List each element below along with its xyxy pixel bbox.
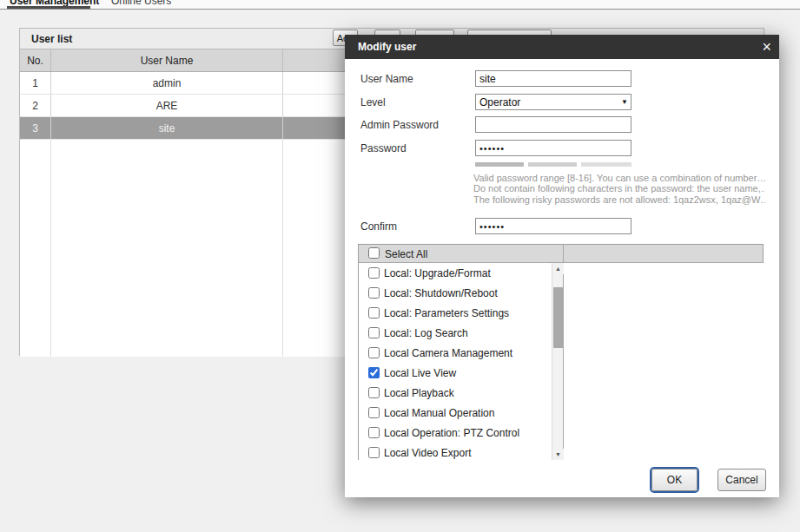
scroll-down-icon[interactable]: ▼ — [552, 449, 564, 460]
row-no: 3 — [20, 117, 51, 139]
permissions-header: Select All — [359, 245, 763, 263]
password-hints: Valid password range [8-16]. You can use… — [473, 173, 765, 205]
permissions-right-pane — [564, 263, 764, 460]
ok-button[interactable]: OK — [651, 469, 698, 491]
permission-label: Local Video Export — [384, 447, 472, 459]
password-field[interactable] — [475, 140, 631, 156]
permission-label: Local Live View — [384, 367, 456, 379]
password-strength-bar — [475, 162, 524, 167]
level-label: Level — [360, 96, 386, 108]
permissions-panel: Select All Local: Upgrade/Format Local: … — [358, 244, 764, 460]
permission-label: Local Operation: PTZ Control — [384, 427, 519, 439]
close-icon[interactable]: × — [762, 37, 771, 56]
permission-checkbox[interactable] — [368, 267, 380, 279]
level-select[interactable]: Operator ▼ — [475, 94, 631, 110]
level-select-value: Operator — [479, 96, 520, 108]
permission-checkbox[interactable] — [368, 347, 380, 358]
row-username: admin — [51, 72, 283, 94]
admin-password-field[interactable] — [475, 116, 631, 133]
column-divider — [282, 140, 283, 357]
row-no: 2 — [20, 95, 51, 116]
permission-checkbox[interactable] — [368, 287, 380, 299]
permission-label: Local Camera Management — [384, 347, 512, 359]
column-header-no: No. — [20, 49, 51, 71]
tab-online-users[interactable]: Online Users — [111, 0, 171, 7]
permission-checkbox[interactable] — [368, 327, 380, 338]
permission-item: Local: Shutdown/Reboot — [359, 283, 552, 303]
permission-label: Local Playback — [384, 387, 454, 399]
permission-item: Local Camera Management — [359, 343, 552, 363]
dialog-titlebar: Modify user × — [345, 35, 779, 59]
confirm-password-field[interactable] — [475, 218, 631, 234]
select-all-label: Select All — [385, 248, 427, 260]
permission-item: Local Video Export — [359, 443, 552, 460]
permission-label: Local: Parameters Settings — [384, 307, 509, 319]
row-username: ARE — [51, 95, 283, 116]
password-hint-line: The following risky passwords are not al… — [473, 194, 765, 205]
modify-user-dialog: Modify user × User Name Level Operator ▼… — [345, 35, 779, 497]
admin-password-label: Admin Password — [360, 119, 439, 131]
active-tab-underline — [7, 6, 90, 9]
column-header-username: User Name — [51, 49, 283, 71]
column-divider — [50, 140, 51, 357]
permission-item: Local Live View — [359, 363, 552, 383]
permission-item: Local Playback — [359, 383, 552, 403]
permission-item: Local: Upgrade/Format — [359, 263, 552, 283]
chevron-down-icon: ▼ — [621, 98, 628, 106]
permission-item: Local: Parameters Settings — [359, 303, 552, 323]
password-hint-line: Valid password range [8-16]. You can use… — [473, 173, 765, 183]
dialog-title: Modify user — [358, 41, 416, 53]
password-strength-bar — [581, 162, 631, 167]
scroll-up-icon[interactable]: ▲ — [552, 263, 564, 274]
username-field[interactable] — [475, 70, 631, 87]
screen: User Management Online Users User list A… — [0, 0, 800, 532]
password-strength-bar — [528, 162, 577, 167]
row-username: site — [51, 117, 283, 139]
cancel-button[interactable]: Cancel — [717, 469, 766, 491]
confirm-password-label: Confirm — [360, 220, 397, 233]
password-label: Password — [360, 142, 407, 154]
permission-checkbox[interactable] — [368, 307, 380, 319]
scrollbar-thumb[interactable] — [553, 287, 563, 348]
scrollbar[interactable]: ▲ ▼ — [552, 263, 563, 460]
tab-bar: User Management Online Users — [0, 0, 800, 10]
username-label: User Name — [360, 73, 413, 85]
permission-checkbox[interactable] — [368, 427, 380, 438]
permission-checkbox[interactable] — [368, 407, 380, 418]
permission-label: Local: Shutdown/Reboot — [384, 287, 498, 299]
permission-item: Local Operation: PTZ Control — [359, 423, 552, 443]
permission-item: Local: Log Search — [359, 323, 552, 343]
permission-label: Local: Log Search — [384, 327, 468, 339]
permission-label: Local: Upgrade/Format — [384, 267, 491, 279]
permission-checkbox[interactable] — [368, 367, 380, 378]
password-hint-line: Do not contain following characters in t… — [473, 183, 765, 194]
row-no: 1 — [20, 72, 51, 94]
permission-checkbox[interactable] — [368, 387, 380, 398]
permissions-list: Local: Upgrade/Format Local: Shutdown/Re… — [359, 263, 552, 460]
permission-item: Local Manual Operation — [359, 403, 552, 423]
permission-label: Local Manual Operation — [384, 407, 494, 419]
user-list-title: User list — [31, 33, 72, 45]
select-all-checkbox[interactable] — [368, 247, 380, 259]
permission-checkbox[interactable] — [368, 447, 380, 458]
